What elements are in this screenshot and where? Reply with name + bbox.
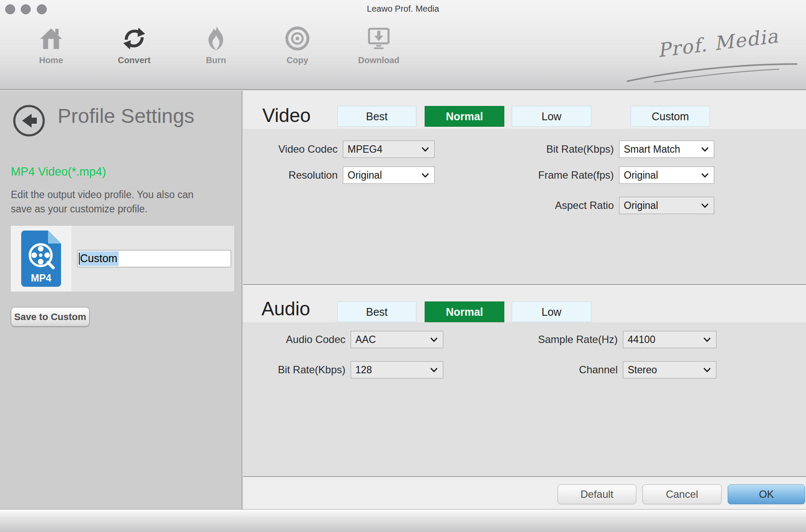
nav-label-download: Download xyxy=(351,55,407,65)
video-bitrate-field: Bit Rate(Kbps) Smart Match xyxy=(503,141,714,158)
resolution-value: Original xyxy=(348,170,382,181)
chevron-down-icon xyxy=(703,368,711,372)
nav-item-home[interactable]: Home xyxy=(23,24,79,65)
default-button[interactable]: Default xyxy=(558,484,636,504)
burn-icon xyxy=(188,24,244,53)
channel-label: Channel xyxy=(499,364,618,376)
video-codec-value: MPEG4 xyxy=(348,144,383,155)
video-quality-low-button[interactable]: Low xyxy=(512,106,591,127)
save-to-custom-button[interactable]: Save to Custom xyxy=(11,307,90,327)
cancel-button[interactable]: Cancel xyxy=(642,484,722,504)
nav-item-burn[interactable]: Burn xyxy=(188,24,244,65)
window-bottom-bar xyxy=(0,509,806,532)
top-chrome: Leawo Prof. Media Home Co xyxy=(0,0,806,90)
window-title: Leawo Prof. Media xyxy=(0,4,806,14)
format-badge: MP4 xyxy=(31,272,52,284)
video-quality-best-button[interactable]: Best xyxy=(337,106,416,127)
download-icon xyxy=(351,24,407,53)
channel-value: Stereo xyxy=(628,364,657,376)
audio-quality-low-button[interactable]: Low xyxy=(512,301,591,322)
nav-item-copy[interactable]: Copy xyxy=(269,24,326,65)
nav-item-convert[interactable]: Convert xyxy=(106,24,162,65)
dialog-footer: Default Cancel OK xyxy=(243,476,806,509)
profile-icon-cell: MP4 xyxy=(11,226,71,292)
video-bitrate-select[interactable]: Smart Match xyxy=(619,141,714,158)
audio-codec-label: Audio Codec xyxy=(256,333,345,346)
audio-codec-field: Audio Codec AAC xyxy=(256,331,443,348)
chevron-down-icon xyxy=(701,147,709,152)
profile-name-selected-text: Custom xyxy=(80,251,119,266)
video-bitrate-value: Smart Match xyxy=(624,144,680,155)
nav-label-home: Home xyxy=(23,55,79,65)
audio-bitrate-value: 128 xyxy=(355,364,372,376)
audio-quality-normal-button[interactable]: Normal xyxy=(425,301,504,322)
video-quality-custom-button[interactable]: Custom xyxy=(631,106,710,127)
brand-swoosh-icon xyxy=(623,61,801,84)
sidebar: Profile Settings MP4 Video(*.mp4) Edit t… xyxy=(0,91,242,509)
audio-bitrate-select[interactable]: 128 xyxy=(351,361,443,378)
frame-rate-field: Frame Rate(fps) Original xyxy=(503,167,714,184)
resolution-label: Resolution xyxy=(256,169,338,181)
home-icon xyxy=(23,24,79,53)
audio-codec-value: AAC xyxy=(355,334,376,346)
profile-format-label: MP4 Video(*.mp4) xyxy=(11,165,106,179)
page-title: Profile Settings xyxy=(58,104,194,128)
nav-item-download[interactable]: Download xyxy=(351,24,407,65)
nav-label-burn: Burn xyxy=(188,55,244,65)
audio-bitrate-label: Bit Rate(Kbps) xyxy=(256,364,345,376)
chevron-down-icon xyxy=(422,147,429,152)
settings-panel: Video Best Normal Low Custom Video Codec… xyxy=(243,91,806,509)
frame-rate-label: Frame Rate(fps) xyxy=(503,169,614,181)
sample-rate-label: Sample Rate(Hz) xyxy=(499,333,618,346)
video-codec-field: Video Codec MPEG4 xyxy=(256,141,435,158)
video-quality-normal-button[interactable]: Normal xyxy=(425,106,504,127)
sample-rate-field: Sample Rate(Hz) 44100 xyxy=(499,331,716,348)
resolution-select[interactable]: Original xyxy=(343,167,435,184)
sample-rate-select[interactable]: 44100 xyxy=(623,331,716,348)
frame-rate-value: Original xyxy=(624,170,658,181)
video-codec-select[interactable]: MPEG4 xyxy=(343,141,435,158)
back-arrow-icon xyxy=(12,104,46,138)
brand-logo-text: Prof. Media xyxy=(656,25,780,61)
chevron-down-icon xyxy=(701,203,709,208)
chevron-down-icon xyxy=(701,173,709,178)
convert-icon xyxy=(106,24,162,53)
nav-label-copy: Copy xyxy=(269,55,326,65)
aspect-ratio-select[interactable]: Original xyxy=(619,197,714,214)
brand-logo: Prof. Media xyxy=(623,26,805,84)
app-window: Leawo Prof. Media Home Co xyxy=(0,0,806,532)
audio-codec-select[interactable]: AAC xyxy=(351,331,443,348)
chevron-down-icon xyxy=(422,173,429,178)
mp4-file-icon: MP4 xyxy=(21,231,61,287)
profile-description-line2: save as your customize profile. xyxy=(11,202,193,216)
chevron-down-icon xyxy=(430,337,438,342)
resolution-field: Resolution Original xyxy=(256,167,435,184)
video-bitrate-label: Bit Rate(Kbps) xyxy=(503,143,614,155)
aspect-ratio-field: Aspect Ratio Original xyxy=(503,197,714,214)
audio-bitrate-field: Bit Rate(Kbps) 128 xyxy=(256,361,443,378)
channel-select[interactable]: Stereo xyxy=(623,361,716,378)
frame-rate-select[interactable]: Original xyxy=(619,167,714,184)
ok-button[interactable]: OK xyxy=(728,484,805,504)
nav-label-convert: Convert xyxy=(106,55,162,65)
sample-rate-value: 44100 xyxy=(628,334,655,346)
video-section-title: Video xyxy=(262,105,311,126)
chevron-down-icon xyxy=(430,368,438,372)
copy-disc-icon xyxy=(269,24,326,53)
video-codec-label: Video Codec xyxy=(256,143,338,155)
aspect-ratio-label: Aspect Ratio xyxy=(503,199,614,212)
save-to-custom-label: Save to Custom xyxy=(14,311,86,323)
chevron-down-icon xyxy=(703,337,711,342)
profile-description-line1: Edit the output video profile. You also … xyxy=(11,188,193,202)
channel-field: Channel Stereo xyxy=(499,361,716,378)
profile-name-input[interactable]: Custom xyxy=(77,250,231,267)
audio-quality-best-button[interactable]: Best xyxy=(337,301,416,322)
profile-card: MP4 Custom xyxy=(11,226,234,292)
audio-section-title: Audio xyxy=(261,298,310,320)
aspect-ratio-value: Original xyxy=(624,200,658,212)
profile-description: Edit the output video profile. You also … xyxy=(11,188,193,216)
back-button[interactable] xyxy=(12,104,46,138)
titlebar: Leawo Prof. Media xyxy=(0,0,806,17)
